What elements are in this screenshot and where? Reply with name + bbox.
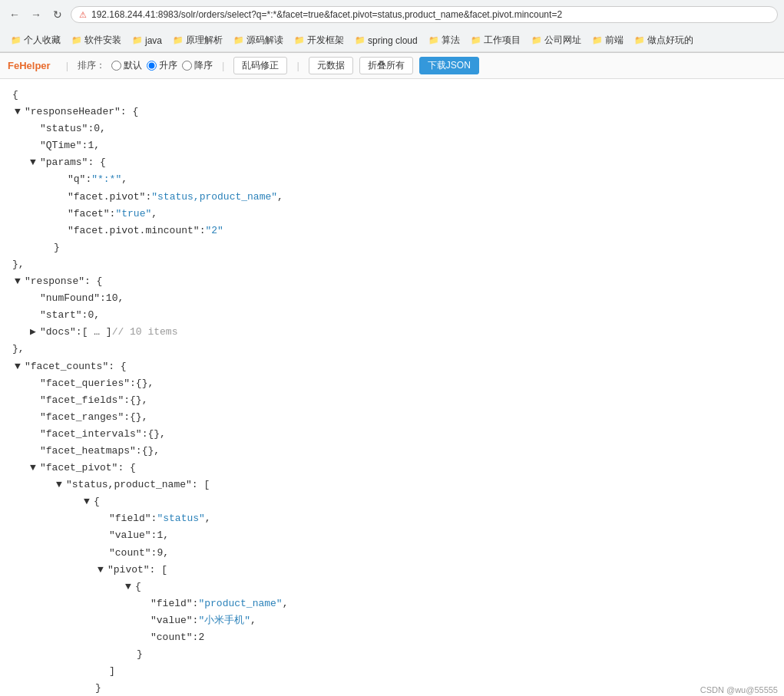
sort-asc-radio[interactable] [147,61,157,71]
folder-icon: 📁 [355,35,366,45]
params-close-brace: } [54,239,60,256]
docs-toggle[interactable]: ▶ [28,324,38,341]
pivot-obj-toggle[interactable]: ▼ [81,493,92,510]
address-bar[interactable]: ⚠ 192.168.244.41:8983/solr/orders/select… [71,6,778,23]
response-close: }, [12,341,25,358]
bookmark-software[interactable]: 📁 软件安装 [67,32,126,48]
facet-intervals-key: "facet_intervals" [40,426,142,443]
inner-value-val: "小米手机" [198,612,250,629]
fold-all-button[interactable]: 折叠所有 [359,57,413,74]
q-key: "q" [68,171,85,188]
response-toggle[interactable]: ▼ [12,273,23,290]
sort-asc-option[interactable]: 升序 [147,59,177,72]
inner-field-key: "field" [151,595,193,612]
facet-pivot-mincount-key: "facet.pivot.mincount" [68,223,200,239]
status-product-name-toggle[interactable]: ▼ [54,477,65,493]
folder-icon: 📁 [471,35,481,45]
bookmark-spring-cloud[interactable]: 📁 spring cloud [350,34,422,48]
fehelper-brand: FeHelper [8,60,51,71]
folder-icon: 📁 [132,35,143,45]
bookmark-fun[interactable]: 📁 做点好玩的 [630,32,698,48]
status-product-name-key: "status,product_name" [66,477,192,493]
facet-pivot-key: "facet.pivot" [68,189,145,206]
facet-queries-key: "facet_queries" [40,375,130,392]
bookmark-label: 原理解析 [186,34,223,47]
refresh-button[interactable]: ↻ [49,6,66,23]
pivot-obj-open-line: ▼ { [12,493,772,510]
bookmark-personal[interactable]: 📁 个人收藏 [6,32,65,48]
facet-pivot-mincount-value: "2" [205,223,223,239]
outer-pivot-obj-close-line: } [12,680,772,696]
inner-pivot-obj-open: { [135,579,141,595]
fix-encode-button[interactable]: 乱码修正 [233,57,287,74]
inner-count-key: "count" [151,629,193,646]
docs-collapsed: [ … ] [82,324,112,341]
pivot-count-line: "count": 9, [12,545,772,562]
facet-counts-toggle[interactable]: ▼ [12,358,23,375]
start-value: 0, [88,307,100,324]
sort-default-radio[interactable] [111,61,121,71]
download-json-button[interactable]: 下载JSON [419,57,479,74]
pivot-count-key: "count" [109,545,151,562]
params-toggle[interactable]: ▼ [28,154,38,171]
bookmark-work[interactable]: 📁 工作项目 [466,32,525,48]
facet-intervals-line: "facet_intervals": {}, [12,426,772,443]
pivot-value-key: "value" [109,527,151,544]
bookmark-java[interactable]: 📁 java [127,34,167,48]
inner-pivot-obj-close-line: } [12,646,772,663]
params-key: "params" [40,154,88,171]
raw-data-button[interactable]: 元数据 [309,57,353,74]
separator-1: | [222,60,224,71]
folder-icon: 📁 [634,35,645,45]
response-header-close-line: }, [12,256,772,273]
folder-icon: 📁 [428,35,439,45]
forward-button[interactable]: → [28,6,45,23]
pivot-nested-toggle[interactable]: ▼ [95,562,106,579]
sort-default-label: 默认 [124,59,142,72]
pivot-value-line: "value": 1, [12,527,772,544]
inner-pivot-obj-line: ▼ { [12,579,772,595]
facet-pivot-section-key: "facet_pivot" [40,460,117,477]
q-line: "q": "*:*", [12,171,772,188]
inner-value-key: "value" [151,612,193,629]
facet-heatmaps-value: {} [142,443,154,460]
pivot-field-value: "status" [157,510,204,527]
inner-field-value: "product_name" [198,595,282,612]
pivot-nested-line: ▼ "pivot": [ [12,562,772,579]
qtime-key: "QTime" [40,137,82,154]
facet-pivot-toggle[interactable]: ▼ [28,460,38,477]
inner-value-line: "value": "小米手机", [12,612,772,629]
facet-queries-value: {} [136,375,148,392]
bookmark-label: 公司网址 [544,34,581,47]
start-key: "start" [40,307,82,324]
bookmark-frontend[interactable]: 📁 前端 [587,32,628,48]
sort-default-option[interactable]: 默认 [111,59,142,72]
qtime-value: 1, [88,137,100,154]
separator-2: | [296,60,299,71]
inner-pivot-obj-toggle[interactable]: ▼ [123,579,134,595]
back-button[interactable]: ← [6,6,23,23]
bookmark-principle[interactable]: 📁 原理解析 [168,32,227,48]
response-line: ▼ "response": { [12,273,772,290]
sort-desc-radio[interactable] [182,61,192,71]
bookmark-company[interactable]: 📁 公司网址 [527,32,586,48]
facet-key: "facet" [68,206,110,223]
response-header-line: ▼ "responseHeader": { [12,104,772,120]
sort-desc-label: 降序 [194,59,213,72]
bookmark-framework[interactable]: 📁 开发框架 [289,32,349,48]
status-bar: CSDN @wu@55555 [694,684,784,696]
pivot-value-val: 1, [157,527,169,544]
bookmark-label: 软件安装 [84,34,121,47]
bookmarks-bar: 📁 个人收藏 📁 软件安装 📁 java 📁 原理解析 📁 源码解读 📁 开发框… [0,29,784,52]
folder-icon: 📁 [71,35,82,45]
inner-count-val: 2 [198,629,204,646]
bookmark-algorithm[interactable]: 📁 算法 [424,32,465,48]
pivot-obj-open: { [94,493,100,510]
bookmark-label: 前端 [605,34,624,47]
response-header-toggle[interactable]: ▼ [12,104,23,120]
bookmark-label: 个人收藏 [24,34,61,47]
bookmark-source[interactable]: 📁 源码解读 [229,32,288,48]
sort-desc-option[interactable]: 降序 [182,59,213,72]
docs-key: "docs" [40,324,76,341]
sort-label: 排序： [78,59,105,72]
